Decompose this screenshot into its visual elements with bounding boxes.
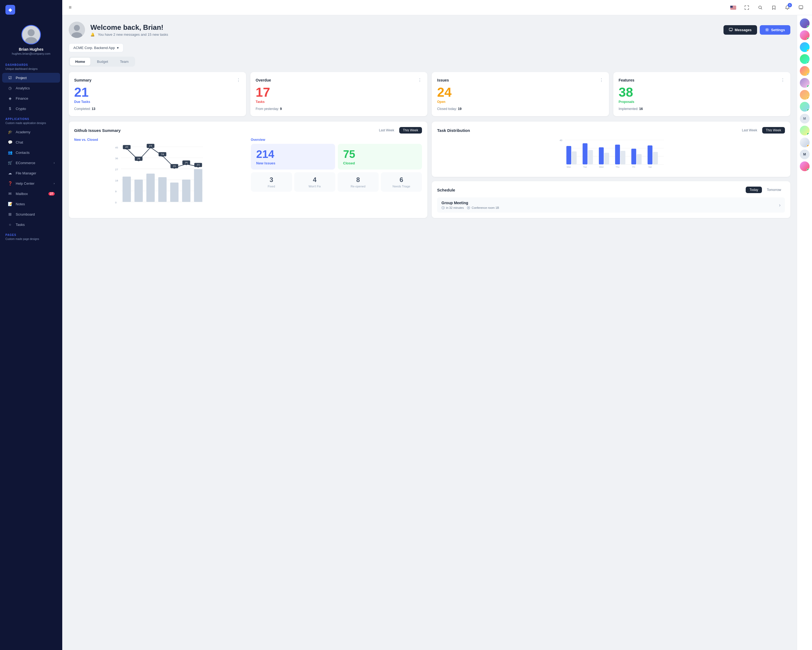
search-button[interactable] [756,3,765,12]
mini-stats: 3 Fixed 4 Won't Fix 8 Re-opened [251,172,422,192]
tab-home[interactable]: Home [70,58,90,66]
sidebar-item-finance[interactable]: ◈ Finance [2,93,60,103]
sidebar-item-notes[interactable]: 📝 Notes [2,199,60,209]
fullscreen-button[interactable] [742,3,751,12]
sidebar-item-ecommerce[interactable]: 🛒 ECommerce › [2,158,60,168]
summary-cards: Summary ⋮ 21 Due Tasks Completed: 13 Ove… [69,72,791,116]
rp-avatar-2[interactable] [800,30,810,40]
logo-icon: ◆ [5,5,15,15]
svg-text:0: 0 [115,201,117,203]
notes-icon: 📝 [8,202,12,206]
user-email: hughes.brian@company.com [12,52,50,55]
rp-avatar-1[interactable] [800,18,810,28]
event-location-text: Conference room 1B [472,206,499,210]
overdue-card-menu[interactable]: ⋮ [418,78,422,83]
fixed-number: 3 [270,176,273,184]
rp-avatar-11[interactable] [800,138,810,147]
rp-avatar-3[interactable] [800,42,810,52]
overdue-card-footer: From yesterday: 9 [256,107,422,111]
user-name: Brian Hughes [19,47,43,52]
summary-card-title: Summary [74,78,92,82]
summary-card-number: 21 [74,86,241,99]
rp-avatar-12[interactable]: M [800,150,810,159]
messages-button[interactable] [796,3,806,12]
sidebar-item-contacts[interactable]: 👥 Contacts [2,148,60,158]
sidebar-item-crypto[interactable]: $ Crypto [2,104,60,113]
task-dist-lastweek-btn[interactable]: Last Week [738,127,761,133]
sidebar-item-tasks[interactable]: ○ Tasks [2,220,60,229]
sidebar-item-mailbox[interactable]: ✉ Mailbox 27 [2,189,60,199]
rp-avatar-8[interactable] [800,102,810,112]
hamburger-button[interactable]: ≡ [69,5,72,10]
issues-card-menu[interactable]: ⋮ [599,78,604,83]
schedule-toggle: Today Tomorrow [746,187,785,193]
settings-action-button[interactable]: Settings [760,25,791,35]
event-location: Conference room 1B [467,206,499,210]
rp-avatar-4[interactable] [800,54,810,64]
github-panel: Github Issues Summary Last Week This Wee… [69,122,427,218]
messages-action-button[interactable]: Messages [723,25,757,35]
filemanager-label: File Manager [16,171,36,175]
summary-card-menu[interactable]: ⋮ [236,78,241,83]
sidebar-item-analytics[interactable]: ◷ Analytics [2,83,60,93]
reopened-stat: 8 Re-opened [337,172,379,192]
closed-number: 75 [343,148,356,160]
filemanager-icon: ☁ [8,171,12,175]
bookmark-button[interactable] [769,3,778,12]
svg-rect-30 [123,177,131,202]
github-thisweek-btn[interactable]: This Week [399,127,422,133]
sidebar-item-chat[interactable]: 💬 Chat [2,137,60,147]
bottom-row: Github Issues Summary Last Week This Wee… [69,122,791,218]
chat-label: Chat [16,140,23,144]
welcome-header: Welcome back, Brian! 🔔 You have 2 new me… [69,22,791,38]
right-panel: M M [797,15,812,650]
wontfix-label: Won't Fix [308,185,321,188]
language-selector[interactable] [729,3,738,12]
github-lastweek-btn[interactable]: Last Week [375,127,398,133]
overdue-card-number: 17 [256,86,422,99]
sidebar-logo: ◆ [0,0,62,20]
sidebar-item-filemanager[interactable]: ☁ File Manager [2,168,60,178]
scrumboard-label: Scrumboard [16,213,35,216]
finance-icon: ◈ [8,96,12,101]
rp-avatar-7[interactable] [800,90,810,99]
features-card-menu[interactable]: ⋮ [781,78,785,83]
welcome-greeting: Welcome back, Brian! [90,23,170,32]
svg-text:36: 36 [115,157,118,160]
svg-point-52 [137,159,140,161]
applications-label: APPLICATIONS [0,114,62,122]
svg-text:Thu: Thu [616,166,620,168]
svg-rect-79 [637,154,642,164]
rp-avatar-6[interactable] [800,78,810,88]
schedule-today-btn[interactable]: Today [746,187,762,193]
schedule-tomorrow-btn[interactable]: Tomorrow [763,187,785,193]
svg-text:Tue: Tue [583,166,587,168]
event-chevron: › [779,202,781,208]
project-label: Project [16,76,26,80]
bell-icon: 🔔 [90,32,95,37]
sidebar-item-project[interactable]: ☑ Project [2,73,60,83]
project-icon: ☑ [8,76,12,80]
rp-avatar-13[interactable] [800,161,810,171]
issues-card-subtitle: Open [437,100,604,104]
svg-rect-31 [134,180,143,202]
sidebar-item-helpcenter[interactable]: ❓ Help Center › [2,179,60,188]
schedule-event: Group Meeting in 32 minutes Conference r… [437,197,785,213]
svg-rect-33 [158,177,167,202]
rp-avatar-9[interactable]: M [800,114,810,124]
contacts-label: Contacts [16,151,29,154]
tab-team[interactable]: Team [114,58,134,66]
rp-avatar-5[interactable] [800,66,810,76]
dashboards-label: DASHBOARDS [0,60,62,67]
notifications-button[interactable]: 5 [783,3,792,12]
tab-budget[interactable]: Budget [92,58,113,66]
schedule-panel: Schedule Today Tomorrow Group Meeting [432,181,791,218]
reopened-label: Re-opened [351,185,365,188]
sidebar-item-academy[interactable]: 🎓 Academy [2,127,60,137]
svg-rect-75 [604,153,609,164]
task-dist-thisweek-btn[interactable]: This Week [762,127,785,133]
app-selector[interactable]: ACME Corp. Backend App ▾ [69,43,124,52]
sidebar-item-scrumboard[interactable]: ⊞ Scrumboard [2,210,60,219]
rp-avatar-10[interactable] [800,126,810,135]
triage-stat: 6 Needs Triage [381,172,422,192]
